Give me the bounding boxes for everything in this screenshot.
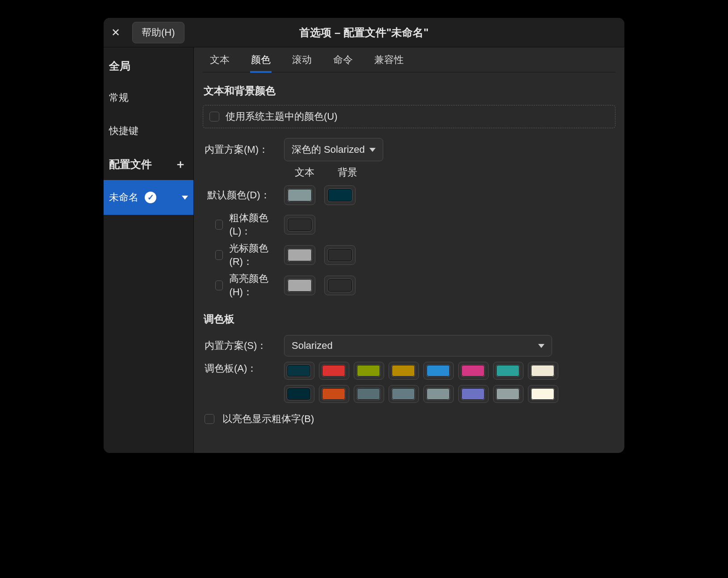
tab-command[interactable]: 命令 [332,47,354,73]
cursor-color-label: 光标颜色(R)： [229,242,276,268]
palette-color-13[interactable] [461,388,485,400]
cursor-color-checkbox[interactable] [215,250,223,260]
highlight-color-checkbox[interactable] [215,281,223,290]
bold-color-checkbox[interactable] [215,220,223,230]
section-text-bg-title: 文本和背景颜色 [204,84,615,98]
default-bg-color[interactable] [327,188,352,202]
palette-color-11[interactable] [391,388,415,400]
color-columns-header: 文本 背景 [291,166,615,179]
builtin-scheme-select[interactable]: 深色的 Solarized [284,138,383,161]
use-system-theme-label: 使用系统主题中的颜色(U) [226,110,338,123]
sidebar-header-global: 全局 [104,50,193,81]
default-text-color[interactable] [287,188,312,202]
palette-color-15[interactable] [531,388,555,400]
tab-color[interactable]: 颜色 [250,47,272,73]
palette-scheme-value: Solarized [292,340,333,352]
cursor-bg-color[interactable] [327,248,352,262]
use-system-theme-row: 使用系统主题中的颜色(U) [203,105,615,128]
palette-color-12[interactable] [426,388,450,400]
palette-color-1[interactable] [322,364,346,377]
col-bg-header: 背景 [334,166,361,179]
palette-color-0[interactable] [287,364,311,377]
tab-compat[interactable]: 兼容性 [373,47,405,73]
palette-color-2[interactable] [356,364,381,377]
palette-color-7[interactable] [531,364,555,377]
palette-color-14[interactable] [496,388,520,400]
help-button[interactable]: 帮助(H) [132,22,184,43]
highlight-bg-color[interactable] [327,279,352,292]
palette-color-4[interactable] [426,364,450,377]
section-palette-title: 调色板 [204,312,615,326]
sidebar-profiles-label: 配置文件 [109,157,152,172]
sidebar-item-shortcuts[interactable]: 快捷键 [104,114,193,147]
palette-color-5[interactable] [461,364,485,377]
highlight-color-label: 高亮颜色(H)： [229,272,276,299]
active-profile-name: 未命名 [109,191,138,204]
check-icon: ✓ [145,192,156,203]
bold-bright-checkbox[interactable] [205,414,214,424]
sidebar: 全局 常规 快捷键 配置文件 ＋ 未命名 ✓ [104,47,194,453]
highlight-text-color[interactable] [287,279,312,292]
bold-text-color[interactable] [287,218,312,231]
chevron-down-icon[interactable] [182,196,188,200]
builtin-scheme-label: 内置方案(M)： [205,143,276,156]
palette-color-8[interactable] [287,388,311,400]
use-system-theme-checkbox[interactable] [209,112,219,121]
default-color-label: 默认颜色(D)： [205,188,276,202]
close-button[interactable]: ✕ [104,18,128,47]
col-text-header: 文本 [291,166,318,179]
add-profile-button[interactable]: ＋ [173,156,188,172]
sidebar-item-general[interactable]: 常规 [104,81,193,114]
builtin-scheme-value: 深色的 Solarized [292,143,365,156]
palette-scheme-select[interactable]: Solarized [284,335,552,356]
palette-color-3[interactable] [391,364,415,377]
palette-color-10[interactable] [356,388,381,400]
palette-scheme-label: 内置方案(S)： [205,339,276,352]
dropdown-icon [538,344,544,348]
bold-bright-label: 以亮色显示粗体字(B) [222,412,314,426]
tab-scroll[interactable]: 滚动 [291,47,313,73]
main-panel: 文本 颜色 滚动 命令 兼容性 文本和背景颜色 使用系统主题中的颜色(U) 内置… [194,47,624,453]
cursor-text-color[interactable] [287,248,312,262]
palette-color-6[interactable] [496,364,520,377]
sidebar-header-profiles: 配置文件 ＋ [104,147,193,180]
titlebar: ✕ 帮助(H) 首选项 – 配置文件"未命名" [104,18,624,47]
sidebar-item-profile-active[interactable]: 未命名 ✓ [104,180,193,215]
palette-color-9[interactable] [322,388,346,400]
tab-text[interactable]: 文本 [209,47,230,73]
bold-color-label: 粗体颜色(L)： [229,211,276,238]
tabs: 文本 颜色 滚动 命令 兼容性 [203,47,615,72]
dropdown-icon [369,148,376,152]
palette-swatches-label: 调色板(A)： [205,362,276,375]
preferences-window: ✕ 帮助(H) 首选项 – 配置文件"未命名" 全局 常规 快捷键 配置文件 ＋… [104,18,624,453]
palette-grid [284,362,558,403]
